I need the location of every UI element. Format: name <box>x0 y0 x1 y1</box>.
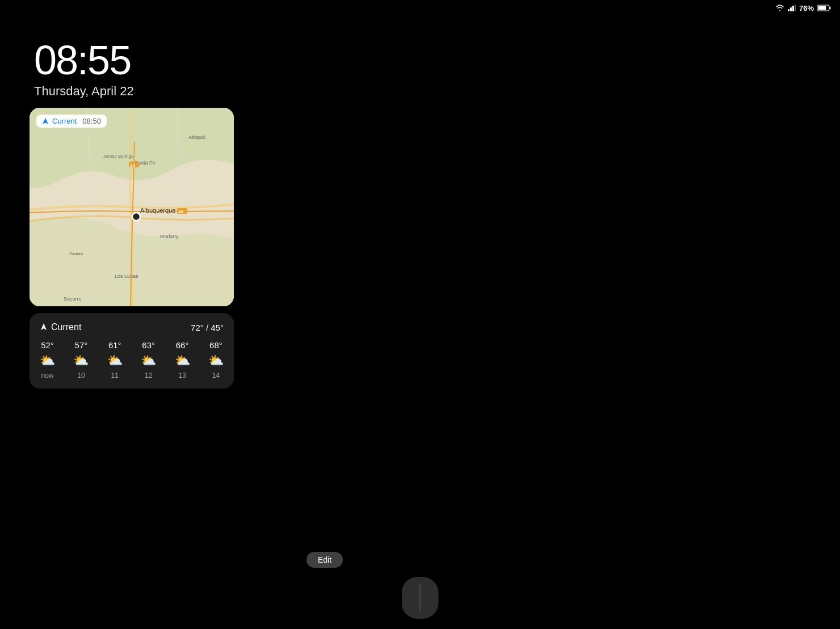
forecast-item-3: 63° ⛅ 12 <box>141 340 156 379</box>
forecast-icon: ⛅ <box>175 353 190 368</box>
weather-header: Current 72° / 45° <box>40 322 224 332</box>
svg-text:Albuquerque: Albuquerque <box>140 207 175 214</box>
svg-text:Los Lunas: Los Lunas <box>115 273 138 279</box>
svg-rect-1 <box>790 7 792 11</box>
weather-location: Current <box>40 322 81 332</box>
svg-rect-2 <box>792 6 794 11</box>
svg-rect-0 <box>788 9 789 11</box>
map-label: Current <box>52 117 77 125</box>
forecast-icon: ⛅ <box>40 353 55 368</box>
svg-text:Jemez Springs: Jemez Springs <box>103 154 133 159</box>
battery-percentage: 76% <box>799 4 814 12</box>
widgets-area: Current 08:50 Abiquiú Santa Fe Jemez Spr… <box>30 108 234 389</box>
svg-text:25: 25 <box>130 163 135 168</box>
forecast-time: 10 <box>77 372 85 379</box>
weather-forecast: 52° ⛅ now 57° ⛅ 10 61° ⛅ 11 63° ⛅ 12 66°… <box>40 340 224 379</box>
forecast-icon: ⛅ <box>141 353 156 368</box>
forecast-temp: 57° <box>75 340 88 350</box>
forecast-temp: 61° <box>108 340 121 350</box>
forecast-time: 13 <box>178 372 186 379</box>
forecast-item-1: 57° ⛅ 10 <box>73 340 89 379</box>
svg-text:Socorro: Socorro <box>64 296 82 302</box>
forecast-icon: ⛅ <box>107 353 123 368</box>
forecast-icon: ⛅ <box>208 353 224 368</box>
svg-rect-3 <box>795 5 796 11</box>
forecast-item-0: 52° ⛅ now <box>40 340 55 379</box>
forecast-temp: 52° <box>41 340 54 350</box>
forecast-time: now <box>41 372 53 379</box>
svg-text:40: 40 <box>178 209 183 214</box>
forecast-time: 12 <box>145 372 152 379</box>
location-icon <box>40 323 48 331</box>
svg-rect-5 <box>830 7 831 10</box>
forecast-temp: 63° <box>142 340 155 350</box>
forecast-item-4: 66° ⛅ 13 <box>175 340 190 379</box>
svg-text:Abiquiú: Abiquiú <box>188 134 205 140</box>
forecast-icon: ⛅ <box>73 353 89 368</box>
edit-button[interactable]: Edit <box>306 552 343 568</box>
map-svg: Abiquiú Santa Fe Jemez Springs Grants Mo… <box>30 108 234 306</box>
dock-separator <box>420 584 421 612</box>
location-arrow-icon <box>42 118 49 125</box>
weather-temp-range: 72° / 45° <box>191 323 224 332</box>
clock-time: 08:55 <box>34 40 134 81</box>
signal-icon <box>788 5 796 11</box>
weather-high: 72° <box>191 323 204 332</box>
battery-icon <box>817 5 831 11</box>
clock-area: 08:55 Thursday, April 22 <box>34 40 134 99</box>
forecast-temp: 68° <box>209 340 222 350</box>
weather-widget[interactable]: Current 72° / 45° 52° ⛅ now 57° ⛅ 10 61°… <box>30 313 234 389</box>
forecast-temp: 66° <box>176 340 189 350</box>
forecast-time: 14 <box>212 372 220 379</box>
app-grid <box>255 34 823 57</box>
wifi-icon <box>775 5 784 11</box>
svg-rect-6 <box>818 6 826 10</box>
status-bar: 76% <box>726 0 840 16</box>
forecast-time: 11 <box>111 372 119 379</box>
clock-date: Thursday, April 22 <box>34 84 134 99</box>
svg-text:Grants: Grants <box>69 251 83 256</box>
map-widget[interactable]: Current 08:50 Abiquiú Santa Fe Jemez Spr… <box>30 108 234 306</box>
forecast-item-2: 61° ⛅ 11 <box>107 340 123 379</box>
weather-low: 45° <box>211 323 224 332</box>
dock <box>402 577 439 619</box>
edit-label: Edit <box>318 555 331 564</box>
svg-text:Moriarty: Moriarty <box>160 234 179 239</box>
svg-point-20 <box>132 213 140 221</box>
map-timestamp: 08:50 <box>82 117 101 125</box>
forecast-item-5: 68° ⛅ 14 <box>208 340 224 379</box>
weather-location-name: Current <box>51 322 81 332</box>
map-header: Current 08:50 <box>36 115 107 128</box>
